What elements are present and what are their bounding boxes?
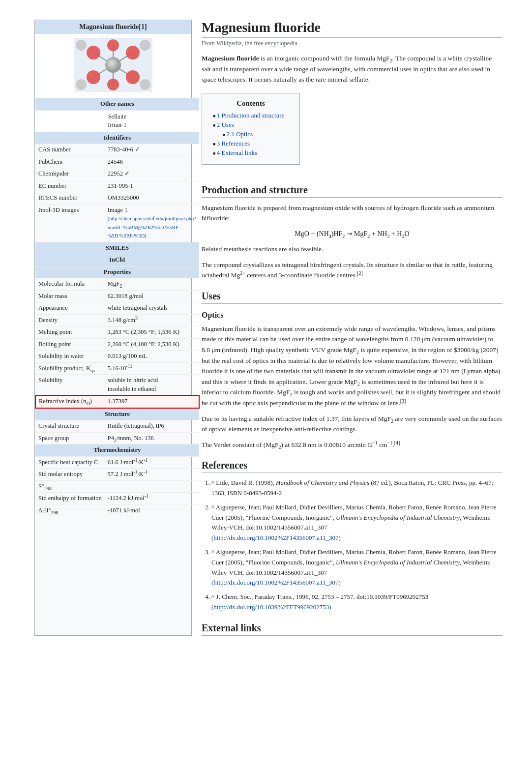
infobox: Magnesium fluoride[1] (34, 20, 192, 636)
production-heading: Production and structure (202, 184, 502, 198)
main-content: Magnesium fluoride From Wikipedia, the f… (202, 20, 502, 641)
ec-number-row: EC number 231-995-1 (35, 180, 199, 192)
reference-item-4: ^ J. Chem. Soc., Faraday Trans., 1996, 9… (211, 592, 502, 613)
thermochemistry-header-row: Thermochemistry (35, 444, 199, 457)
space-group-row: Space group P42/mnm, No. 136 (35, 432, 199, 444)
mol-formula-row: Molecular formula MgF2 (35, 278, 199, 291)
production-formula: MgO + (NH4)HF2 → MgF2 + NH3 + H2O (202, 230, 502, 238)
page-subtitle: From Wikipedia, the free encyclopedia (202, 40, 502, 47)
page-title: Magnesium fluoride (202, 20, 502, 38)
references-list: ^ Lide, David R. (1998), Handbook of Che… (202, 478, 502, 613)
production-p1: Magnesium fluoride is prepared from magn… (202, 203, 502, 224)
contents-item-1[interactable]: 1 Production and structure (211, 112, 291, 119)
density-row: Density 3.148 g/cm3 (35, 314, 199, 326)
svg-point-14 (107, 79, 119, 90)
solubility-water-row: Solubility in water 0.013 g/100 mL (35, 351, 199, 363)
molar-mass-row: Molar mass 62.3018 g/mol (35, 290, 199, 302)
svg-point-17 (76, 40, 87, 51)
properties-header-row: Properties (35, 266, 199, 278)
svg-point-11 (87, 70, 100, 84)
inchi-header-row: InChI (35, 254, 199, 266)
thermochemistry-header: Thermochemistry (35, 444, 199, 457)
s298-row: S°298 (35, 480, 199, 493)
svg-point-10 (126, 46, 140, 59)
inchi-header: InChI (35, 254, 199, 266)
production-p2: Related metathesis reactions are also fe… (202, 244, 502, 255)
delta-hf-row: ΔfH°298 -1071 kJ·mol (35, 504, 199, 516)
std-enthalpy-row: Std enthalpy of formation -1124.2 kJ·mol… (35, 493, 199, 505)
contents-list: 1 Production and structure 2 Uses 2.1 Op… (211, 112, 291, 157)
smiles-header: SMILES (35, 242, 199, 254)
external-links-heading: External links (202, 622, 502, 636)
contents-item-4[interactable]: 4 External links (211, 149, 291, 157)
svg-point-12 (126, 70, 140, 84)
reference-2-link[interactable]: (http://dx.doi.org/10.1002%2F14356007.a1… (211, 534, 341, 541)
solubility-product-row: Solubility product, Ksp 5.16·10-11 (35, 362, 199, 375)
other-names-value: SellaiteIrtran-1 (35, 110, 199, 132)
infobox-image (35, 34, 191, 98)
structure-header-row: Structure (35, 408, 199, 420)
intro-paragraph: Magnesium fluoride is an inorganic compo… (202, 53, 502, 85)
reference-4-link[interactable]: (http://dx.doi.org/10.1039%2FFT996920275… (211, 603, 331, 611)
svg-point-9 (87, 46, 100, 59)
pubchem-row: PubChem 24546 (35, 156, 199, 168)
svg-point-18 (140, 40, 150, 51)
contents-title: Contents (211, 99, 291, 108)
contents-item-2-1[interactable]: 2.1 Optics (221, 130, 291, 138)
optics-subheading: Optics (202, 311, 502, 320)
svg-point-19 (76, 79, 87, 90)
reference-item-3: ^ Aigueperse, Jean; Paul Mollard, Didier… (211, 547, 502, 588)
std-molar-entropy-row: Std molar entropy 57.2 J·mol-1·K-1 (35, 469, 199, 481)
reference-item-2: ^ Aigueperse, Jean; Paul Mollard, Didier… (211, 503, 502, 543)
melting-point-row: Melting point 1,263 °C (2,305 °F; 1,536 … (35, 326, 199, 339)
cas-row: CAS number 7783-40-6 ✓ (35, 144, 199, 156)
structure-header: Structure (35, 408, 199, 420)
chemspider-row: ChemSpider 22952 ✓ (35, 168, 199, 180)
other-names-header-row: Other names (35, 98, 199, 111)
production-p3: The compound crystallizes as tetragonal … (202, 260, 502, 281)
properties-header: Properties (35, 266, 199, 278)
rtecs-row: RTECS number OM3325000 (35, 192, 199, 205)
other-names-row: SellaiteIrtran-1 (35, 110, 199, 132)
solubility-row: Solubility soluble in nitric acidinsolub… (35, 375, 199, 396)
contents-box: Contents 1 Production and structure 2 Us… (202, 93, 300, 165)
jmol-row: Jmol-3D images Image 1(http://chemapps.s… (35, 204, 199, 242)
appearance-row: Appearance white tetragonal crystals (35, 302, 199, 315)
contents-item-2[interactable]: 2 Uses (211, 121, 291, 129)
crystal-structure-row: Crystal structure Rutile (tetragonal), t… (35, 420, 199, 433)
boiling-point-row: Boiling point 2,260 °C (4,100 °F; 2,530 … (35, 338, 199, 351)
specific-heat-row: Specific heat capacity C 61.6 J·mol-1·K-… (35, 456, 199, 469)
contents-item-3[interactable]: 3 References (211, 140, 291, 148)
references-heading: References (202, 460, 502, 473)
uses-heading: Uses (202, 291, 502, 304)
infobox-table: Other names SellaiteIrtran-1 Identifiers… (35, 98, 200, 516)
infobox-title: Magnesium fluoride[1] (35, 20, 191, 34)
identifiers-header-row: Identifiers (35, 132, 199, 144)
optics-p2: Due to its having a suitable refractive … (202, 414, 502, 435)
svg-point-20 (140, 79, 150, 90)
svg-point-16 (105, 57, 121, 73)
optics-p3: The Verdet constant of (MgF2) at 632.8 n… (202, 440, 502, 450)
identifiers-header: Identifiers (35, 132, 199, 144)
reference-3-link[interactable]: (http://dx.doi.org/10.1002%2F14356007.a1… (211, 579, 341, 586)
other-names-header: Other names (35, 98, 199, 111)
optics-p1: Magnesium fluoride is transparent over a… (202, 324, 502, 409)
smiles-header-row: SMILES (35, 242, 199, 254)
reference-item-1: ^ Lide, David R. (1998), Handbook of Che… (211, 478, 502, 499)
svg-point-13 (107, 39, 119, 51)
refractive-index-row: Refractive index (nD) 1.37397 (35, 395, 199, 408)
